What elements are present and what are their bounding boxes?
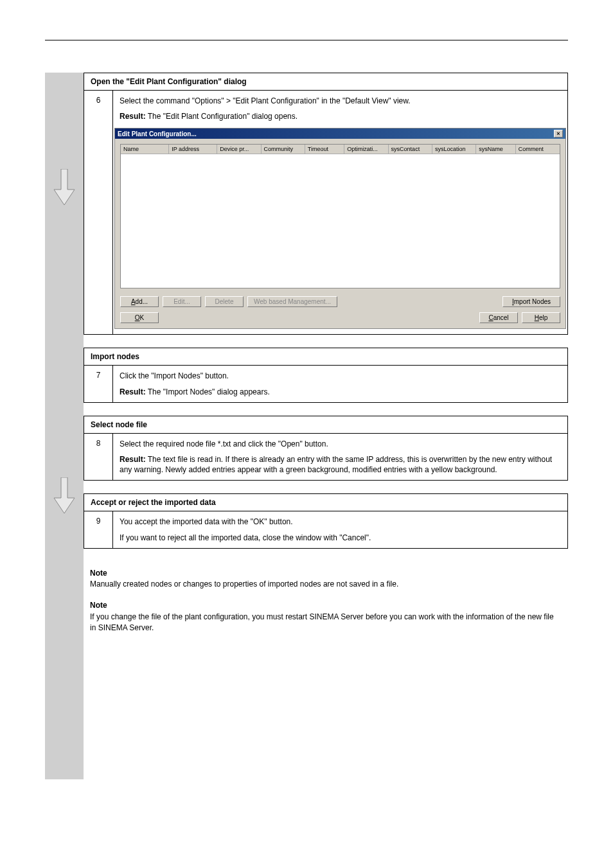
note-2-title: Note bbox=[90, 600, 562, 611]
step-7-result: Result: The "Import Nodes" dialog appear… bbox=[120, 387, 561, 397]
result-label: Result: bbox=[120, 112, 146, 121]
add-label: dd... bbox=[136, 298, 148, 305]
step-6-para1: Select the command "Options" > "Edit Pla… bbox=[120, 96, 561, 106]
dialog-table: Name IP address Device pr... Community T… bbox=[120, 144, 560, 288]
col-name[interactable]: Name bbox=[121, 145, 169, 154]
content-column: Open the "Edit Plant Configuration" dial… bbox=[84, 73, 568, 634]
import-nodes-button[interactable]: Import Nodes bbox=[502, 296, 560, 307]
wbm-button[interactable]: Web based Management... bbox=[247, 296, 337, 307]
col-comment[interactable]: Comment bbox=[516, 145, 560, 154]
result-label: Result: bbox=[120, 387, 146, 396]
col-sysname[interactable]: sysName bbox=[476, 145, 515, 154]
step-9-para1: You accept the imported data with the "O… bbox=[120, 517, 561, 527]
col-device[interactable]: Device pr... bbox=[217, 145, 261, 154]
note-1-title: Note bbox=[90, 568, 562, 579]
note-1-body: Manually created nodes or changes to pro… bbox=[90, 580, 398, 589]
step-7-title: Import nodes bbox=[84, 348, 568, 366]
step-9-number: 9 bbox=[84, 511, 113, 548]
col-syslocation[interactable]: sysLocation bbox=[432, 145, 476, 154]
step-6-result-text: The "Edit Plant Configuration" dialog op… bbox=[146, 112, 298, 121]
help-button[interactable]: Help bbox=[522, 312, 560, 323]
down-arrow-icon bbox=[53, 477, 76, 513]
step-9-body: You accept the imported data with the "O… bbox=[113, 511, 568, 548]
dialog-title: Edit Plant Configuration... bbox=[118, 130, 197, 137]
down-arrow-icon bbox=[53, 169, 76, 205]
step-6-body: Select the command "Options" > "Edit Pla… bbox=[113, 91, 568, 335]
dialog-titlebar: Edit Plant Configuration... × bbox=[115, 128, 565, 139]
table-header-row: Name IP address Device pr... Community T… bbox=[121, 145, 560, 154]
result-label: Result: bbox=[120, 455, 146, 464]
note-2: Note If you change the file of the plant… bbox=[90, 600, 562, 633]
step-7-result-text: The "Import Nodes" dialog appears. bbox=[146, 387, 270, 396]
step-6-number: 6 bbox=[84, 91, 113, 335]
step-9-title: Accept or reject the imported data bbox=[84, 494, 568, 511]
dialog-button-row-2: OK Cancel Help bbox=[115, 312, 565, 328]
page-sidebar bbox=[45, 73, 84, 779]
step-8-result-text: The text file is read in. If there is al… bbox=[120, 455, 552, 474]
cancel-button[interactable]: Cancel bbox=[479, 312, 518, 323]
edit-plant-config-dialog: Edit Plant Configuration... × Name IP ad… bbox=[114, 128, 566, 329]
col-syscontact[interactable]: sysContact bbox=[389, 145, 432, 154]
close-icon[interactable]: × bbox=[554, 130, 563, 137]
step-6-table: Open the "Edit Plant Configuration" dial… bbox=[84, 73, 568, 335]
notes-block: Note Manually created nodes or changes t… bbox=[84, 568, 568, 634]
col-ip[interactable]: IP address bbox=[169, 145, 217, 154]
step-7-body: Click the "Import Nodes" button. Result:… bbox=[113, 366, 568, 402]
ok-button[interactable]: OK bbox=[120, 312, 159, 323]
step-7-table: Import nodes 7 Click the "Import Nodes" … bbox=[84, 348, 568, 402]
col-timeout[interactable]: Timeout bbox=[305, 145, 344, 154]
step-8-title: Select node file bbox=[84, 416, 568, 433]
step-9-table: Accept or reject the imported data 9 You… bbox=[84, 493, 568, 548]
note-1: Note Manually created nodes or changes t… bbox=[90, 568, 562, 590]
delete-button[interactable]: Delete bbox=[205, 296, 244, 307]
dialog-screenshot: Edit Plant Configuration... × Name IP ad… bbox=[114, 128, 566, 329]
step-8-body: Select the required node file *.txt and … bbox=[113, 433, 568, 481]
step-8-number: 8 bbox=[84, 433, 113, 481]
step-8-table: Select node file 8 Select the required n… bbox=[84, 416, 568, 481]
step-6-result: Result: The "Edit Plant Configuration" d… bbox=[120, 111, 561, 121]
add-button[interactable]: Add... bbox=[120, 296, 159, 307]
step-9-para2: If you want to reject all the imported d… bbox=[120, 533, 561, 543]
step-6-title: Open the "Edit Plant Configuration" dial… bbox=[84, 73, 568, 91]
col-optimization[interactable]: Optimizati... bbox=[344, 145, 388, 154]
step-7-number: 7 bbox=[84, 366, 113, 402]
dialog-button-row-1: Add... Edit... Delete Web based Manageme… bbox=[115, 294, 565, 312]
step-8-para1: Select the required node file *.txt and … bbox=[120, 439, 561, 449]
edit-button[interactable]: Edit... bbox=[163, 296, 201, 307]
step-7-para1: Click the "Import Nodes" button. bbox=[120, 371, 561, 381]
header-rule bbox=[45, 40, 568, 40]
note-2-body: If you change the file of the plant conf… bbox=[90, 612, 554, 632]
col-community[interactable]: Community bbox=[262, 145, 305, 154]
step-8-result: Result: The text file is read in. If the… bbox=[120, 454, 561, 475]
